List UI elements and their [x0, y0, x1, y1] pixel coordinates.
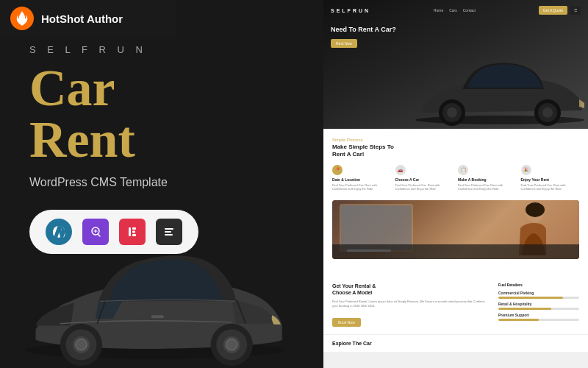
- svg-point-22: [226, 339, 237, 350]
- preview-hero-title: Need To Rent A Car?: [331, 26, 396, 35]
- preview-steps-section: Simple Process Make Simple Steps ToRent …: [323, 129, 588, 275]
- preview-rental-section: Get Your Rental &Choose A Model Find You…: [323, 275, 588, 334]
- main-title: Car Rent: [29, 63, 309, 166]
- preview-nav: SELFRUN Home Cars Contact Get A Quote ☰: [323, 0, 588, 21]
- svg-point-28: [542, 107, 553, 118]
- svg-point-23: [76, 339, 87, 350]
- feature-retail: Retail & Hospitality: [498, 302, 579, 310]
- preview-quote-button[interactable]: Get A Quote: [539, 6, 567, 15]
- svg-rect-24: [151, 315, 164, 318]
- step-enjoy: 🎉 Enjoy Your Rent Find Your Preferred Ca…: [521, 165, 580, 191]
- preview-hero: SELFRUN Home Cars Contact Get A Quote ☰ …: [323, 0, 588, 129]
- preview-hero-button[interactable]: Rent Now: [331, 39, 357, 48]
- step-date-location: 📍 Date & Location Find Your Preferred Ca…: [332, 165, 391, 191]
- car-illustration: [15, 206, 309, 368]
- preview-steps-list: 📍 Date & Location Find Your Preferred Ca…: [332, 165, 579, 191]
- subtitle: WordPress CMS Template: [29, 176, 309, 189]
- right-preview-panel: SELFRUN Home Cars Contact Get A Quote ☰ …: [323, 0, 588, 368]
- header-title: HotShot Author: [41, 13, 123, 25]
- header-bar: HotShot Author: [0, 0, 176, 37]
- left-panel: S E L F R U N Car Rent WordPress CMS Tem…: [0, 0, 338, 368]
- preview-explore-title: Explore The Car: [332, 341, 579, 346]
- step-choose-car: 🚗 Choose A Car Find Your Preferred Car. …: [395, 165, 454, 191]
- feature-premium-support: Premium Support: [498, 313, 579, 321]
- preview-features-title: Fuel Retailers: [498, 283, 579, 287]
- preview-hero-car: [412, 33, 588, 129]
- preview-nav-links: Home Cars Contact: [434, 8, 476, 13]
- step-booking: 📋 Make A Booking Find Your Preferred Car…: [458, 165, 517, 191]
- preview-book-button[interactable]: Book Now: [332, 318, 361, 327]
- preview-hero-text: Need To Rent A Car? Rent Now: [331, 26, 396, 48]
- preview-explore-section: Explore The Car: [323, 334, 588, 352]
- svg-point-33: [526, 202, 545, 217]
- preview-woman-image: [332, 200, 579, 259]
- preview-nav-logo: SELFRUN: [331, 8, 370, 13]
- brand-label: S E L F R U N: [29, 44, 309, 55]
- preview-rental-left: Get Your Rental &Choose A Model Find You…: [332, 283, 491, 327]
- preview-steps-subtitle: Simple Process: [332, 138, 579, 142]
- preview-steps-title: Make Simple Steps ToRent A Car!: [332, 144, 579, 159]
- feature-commercial-parking: Commercial Parking: [498, 291, 579, 299]
- svg-point-31: [447, 107, 457, 118]
- preview-features-list: Fuel Retailers Commercial Parking Retail…: [498, 283, 579, 327]
- preview-rental-desc: Find Your Preferred Rental. Lorem ipsum …: [332, 300, 491, 308]
- hotshot-logo-icon: [10, 7, 34, 30]
- preview-rental-title: Get Your Rental &Choose A Model: [332, 283, 491, 296]
